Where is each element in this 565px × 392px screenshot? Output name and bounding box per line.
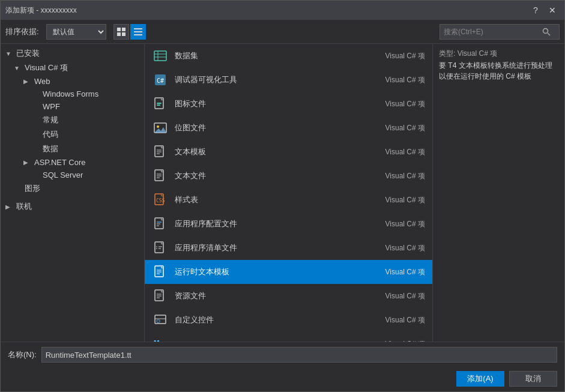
list-item-text-file[interactable]: 文本文件 Visual C# 项	[145, 164, 432, 188]
sidebar-item-sql-server-label: SQL Server	[43, 170, 83, 179]
sidebar-item-web[interactable]: ▶ Web	[1, 75, 144, 88]
add-new-item-dialog: 添加新项 - xxxxxxxxxx ? ✕ 排序依据: 默认值	[0, 0, 565, 392]
sidebar: ▼ 已安装 ▼ Visual C# 项 ▶ Web Windows Forms …	[1, 44, 145, 342]
sort-select[interactable]: 默认值	[46, 24, 106, 40]
search-box	[440, 24, 560, 40]
list-item-dataset[interactable]: 数据集 Visual C# 项	[145, 44, 432, 68]
sidebar-item-wpf[interactable]: WPF	[1, 100, 144, 113]
list-item-resource[interactable]: 资源文件 Visual C# 项	[145, 284, 432, 308]
list-item-text-file-type: Visual C# 项	[377, 171, 425, 181]
right-panel: 类型: Visual C# 项 要 T4 文本模板转换系统进行预处理以便在运行时…	[432, 44, 564, 342]
sidebar-item-graphics-label: 图形	[25, 183, 40, 194]
resource-icon	[152, 288, 169, 304]
search-input[interactable]	[444, 28, 540, 36]
list-item-custom-control-name: 自定义控件	[175, 315, 371, 325]
sidebar-item-sql-server[interactable]: SQL Server	[1, 169, 144, 181]
list-item-text-template[interactable]: 文本模板 Visual C# 项	[145, 140, 432, 164]
svg-rect-9	[154, 51, 166, 61]
sidebar-item-data[interactable]: 数据	[1, 142, 144, 156]
toolbar: 排序依据: 默认值	[1, 20, 564, 44]
cancel-button[interactable]: 取消	[509, 371, 557, 387]
main-content: ▼ 已安装 ▼ Visual C# 项 ▶ Web Windows Forms …	[1, 44, 564, 342]
sidebar-item-wpf-label: WPF	[43, 102, 60, 111]
list-item-stylesheet[interactable]: CSS 样式表 Visual C# 项	[145, 188, 432, 212]
list-item-runtime-tt-name: 运行时文本模板	[175, 267, 371, 277]
dialog-title: 添加新项 - xxxxxxxxxx	[5, 5, 77, 16]
sidebar-item-web-label: Web	[34, 77, 50, 86]
title-bar: 添加新项 - xxxxxxxxxx ? ✕	[1, 1, 564, 20]
help-button[interactable]: ?	[528, 3, 543, 17]
content-area: 数据集 Visual C# 项 C# 调试器可视化工具 Visual C# 项	[145, 44, 432, 342]
stylesheet-icon: CSS	[152, 191, 169, 208]
svg-rect-17	[157, 103, 162, 104]
list-item-icon-file[interactable]: 图标文件 Visual C# 项	[145, 92, 432, 116]
visual-csharp-toggle-icon: ▼	[14, 65, 22, 71]
svg-line-8	[548, 33, 550, 35]
list-item-stylesheet-name: 样式表	[175, 194, 371, 205]
list-item-icon-file-type: Visual C# 项	[377, 99, 425, 109]
list-item-bitmap[interactable]: 位图文件 Visual C# 项	[145, 116, 432, 140]
svg-rect-4	[134, 28, 142, 29]
svg-rect-5	[134, 31, 142, 32]
list-item-markdown[interactable]: M↓ Markdown File Visual C# 项	[145, 332, 432, 342]
view-buttons	[113, 24, 146, 40]
svg-rect-6	[134, 34, 142, 35]
sidebar-installed-header[interactable]: ▼ 已安装	[1, 46, 144, 61]
list-view-button[interactable]	[130, 24, 146, 40]
sidebar-item-visual-csharp[interactable]: ▼ Visual C# 项	[1, 61, 144, 75]
bitmap-icon	[152, 119, 169, 136]
list-item-app-manifest[interactable]: 应用程序清单文件 Visual C# 项	[145, 236, 432, 260]
aspnet-core-toggle-icon: ▶	[23, 159, 32, 166]
dataset-icon	[152, 47, 169, 64]
sidebar-item-windows-forms-label: Windows Forms	[43, 89, 98, 98]
svg-rect-18	[157, 104, 160, 106]
svg-text:C#: C#	[157, 77, 164, 84]
text-file-icon	[152, 167, 169, 184]
search-icon	[542, 28, 551, 36]
sidebar-installed-label: 已安装	[16, 48, 40, 59]
sidebar-item-visual-csharp-label: Visual C# 项	[25, 62, 68, 73]
sort-label: 排序依据:	[5, 26, 39, 37]
close-button[interactable]: ✕	[545, 3, 560, 17]
list-item-debugger-viz[interactable]: C# 调试器可视化工具 Visual C# 项	[145, 68, 432, 92]
file-name-input[interactable]	[41, 347, 557, 363]
list-item-runtime-tt-type: Visual C# 项	[377, 267, 425, 277]
list-item-app-config-name: 应用程序配置文件	[175, 219, 371, 229]
sidebar-item-code-label: 代码	[43, 129, 58, 140]
list-item-runtime-tt[interactable]: 运行时文本模板 Visual C# 项	[145, 260, 432, 284]
list-item-custom-control-type: Visual C# 项	[377, 315, 425, 325]
svg-rect-56	[155, 315, 166, 324]
svg-rect-0	[117, 28, 121, 31]
list-item-stylesheet-type: Visual C# 项	[377, 195, 425, 205]
sidebar-item-aspnet-core[interactable]: ▶ ASP.NET Core	[1, 156, 144, 169]
title-bar-right: ? ✕	[528, 3, 560, 17]
installed-toggle-icon: ▼	[5, 50, 14, 57]
grid-view-button[interactable]	[113, 24, 129, 40]
list-item-app-config[interactable]: 应用程序配置文件 Visual C# 项	[145, 212, 432, 236]
web-toggle-icon: ▶	[23, 78, 32, 85]
sidebar-item-graphics[interactable]: 图形	[1, 181, 144, 196]
list-item-dataset-type: Visual C# 项	[377, 51, 425, 61]
title-bar-left: 添加新项 - xxxxxxxxxx	[5, 5, 77, 16]
remote-toggle-icon: ▶	[5, 204, 14, 210]
sidebar-item-general[interactable]: 常规	[1, 113, 144, 127]
list-item-text-template-type: Visual C# 项	[377, 147, 425, 157]
svg-point-20	[157, 125, 159, 128]
sidebar-item-windows-forms[interactable]: Windows Forms	[1, 88, 144, 100]
sidebar-item-remote-label: 联机	[16, 201, 32, 212]
list-item-text-template-name: 文本模板	[175, 146, 371, 157]
type-description: 要 T4 文本模板转换系统进行预处理以便在运行时使用的 C# 模板	[439, 60, 558, 82]
list-item-app-manifest-name: 应用程序清单文件	[175, 243, 371, 253]
debugger-viz-icon: C#	[152, 71, 169, 88]
sidebar-item-code[interactable]: 代码	[1, 127, 144, 142]
svg-point-7	[543, 28, 548, 33]
text-template-icon	[152, 143, 169, 160]
icon-file-icon	[152, 95, 169, 112]
svg-rect-3	[122, 32, 125, 36]
name-label: 名称(N):	[8, 349, 37, 360]
list-item-debugger-viz-name: 调试器可视化工具	[175, 74, 371, 85]
sidebar-item-remote[interactable]: ▶ 联机	[1, 199, 144, 214]
list-item-text-file-name: 文本文件	[175, 170, 371, 181]
list-item-custom-control[interactable]: 自定义控件 Visual C# 项	[145, 308, 432, 332]
add-button[interactable]: 添加(A)	[456, 371, 504, 387]
